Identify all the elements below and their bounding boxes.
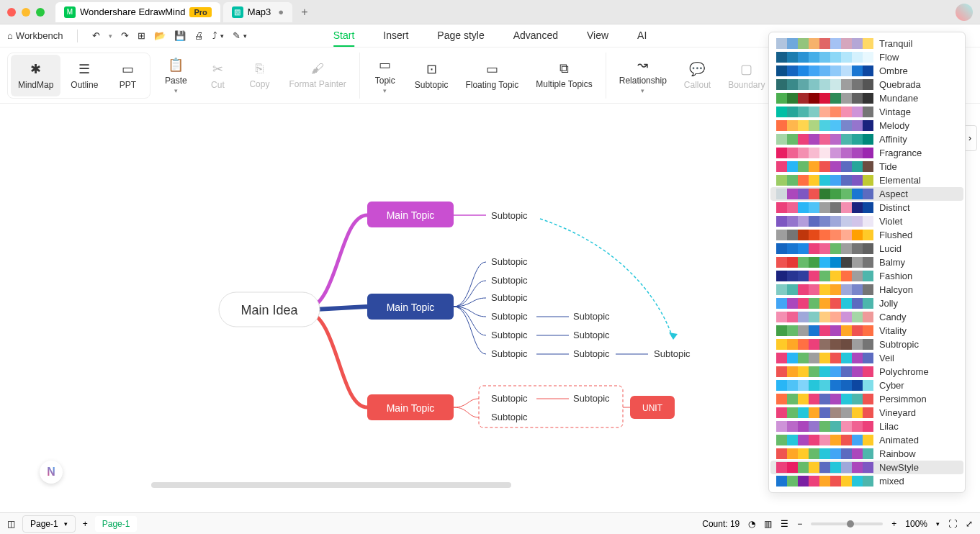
floating-topic-button[interactable]: ▭Floating Topic: [458, 53, 526, 99]
workbench-button[interactable]: ⌂ Workbench: [7, 30, 63, 41]
theme-row-vitality[interactable]: Vitality: [770, 324, 963, 338]
zoom-slider[interactable]: [811, 522, 883, 525]
topic2-node[interactable]: Main Topic: [387, 302, 435, 313]
relationship-button[interactable]: ↝Relationship▾: [612, 53, 674, 99]
subtopic[interactable]: Subtopic: [491, 311, 528, 322]
main-idea-node[interactable]: Main Idea: [240, 303, 298, 317]
theme-row-persimmon[interactable]: Persimmon: [770, 392, 963, 406]
theme-row-lucid[interactable]: Lucid: [770, 242, 963, 255]
copy-button[interactable]: ⎘Copy: [240, 53, 279, 99]
subtopic[interactable]: Subtopic: [491, 348, 528, 359]
subtopic[interactable]: Subtopic: [573, 330, 610, 340]
subtopic[interactable]: Subtopic: [573, 393, 610, 404]
tab-view[interactable]: View: [587, 25, 608, 47]
subtopic-button[interactable]: ⊡Subtopic: [408, 53, 456, 99]
theme-row-mundane[interactable]: Mundane: [770, 91, 963, 105]
user-avatar[interactable]: [956, 4, 973, 21]
cut-button[interactable]: ✂Cut: [198, 53, 237, 99]
theme-row-vintage[interactable]: Vintage: [770, 105, 963, 119]
theme-row-cyber[interactable]: Cyber: [770, 379, 963, 392]
theme-row-elemental[interactable]: Elemental: [770, 173, 963, 187]
subtopic[interactable]: Subtopic: [654, 348, 691, 359]
new-button[interactable]: ⊞: [138, 30, 145, 41]
tab-insert[interactable]: Insert: [383, 25, 408, 47]
export-button[interactable]: ⤴ ▾: [212, 30, 224, 41]
theme-row-mixed[interactable]: mixed: [770, 474, 963, 488]
topic-button[interactable]: ▭Topic▾: [366, 53, 405, 99]
tab-pagestyle[interactable]: Page style: [437, 25, 484, 47]
list-icon[interactable]: ☰: [781, 519, 788, 529]
theme-row-fragrance[interactable]: Fragrance: [770, 146, 963, 160]
theme-row-flow[interactable]: Flow: [770, 50, 963, 64]
theme-row-candy[interactable]: Candy: [770, 310, 963, 324]
fullscreen-button[interactable]: ⤢: [966, 519, 973, 529]
save-button[interactable]: 💾: [174, 30, 186, 41]
theme-row-vineyard[interactable]: Vineyard: [770, 406, 963, 420]
theme-row-quebrada[interactable]: Quebrada: [770, 78, 963, 91]
format-painter-button[interactable]: 🖌Format Painter: [282, 53, 353, 99]
open-button[interactable]: 📂: [154, 30, 166, 41]
app-tab[interactable]: M Wondershare EdrawMind Pro: [55, 2, 220, 22]
subtopic[interactable]: Subtopic: [491, 292, 528, 303]
fit-button[interactable]: ⛶: [948, 519, 957, 529]
subtopic[interactable]: Subtopic: [491, 210, 528, 221]
ppt-view-button[interactable]: ▭PPT: [108, 55, 147, 96]
outline-view-button[interactable]: ☰Outline: [63, 55, 105, 96]
callout-button[interactable]: 💬Callout: [677, 53, 718, 99]
subtopic[interactable]: Subtopic: [491, 412, 528, 422]
redo-button[interactable]: ↷: [121, 30, 129, 41]
page-selector[interactable]: Page-1▾: [22, 515, 76, 533]
tab-ai[interactable]: AI: [637, 25, 647, 47]
subtopic[interactable]: Subtopic: [491, 393, 528, 404]
zoom-out-button[interactable]: −: [797, 519, 802, 529]
theme-row-subtropic[interactable]: Subtropic: [770, 338, 963, 351]
theme-row-flushed[interactable]: Flushed: [770, 228, 963, 242]
theme-row-jolly[interactable]: Jolly: [770, 297, 963, 310]
theme-row-melody[interactable]: Melody: [770, 119, 963, 132]
undo-button[interactable]: ↶: [92, 30, 100, 41]
outline-toggle[interactable]: ◫: [7, 519, 15, 529]
horizontal-scrollbar[interactable]: [151, 482, 511, 488]
add-tab-button[interactable]: +: [295, 6, 313, 19]
ai-fab-button[interactable]: N: [40, 461, 63, 484]
topic3-node[interactable]: Main Topic: [387, 402, 435, 414]
multiple-topics-button[interactable]: ⧉Multiple Topics: [529, 53, 599, 99]
theme-row-tranquil[interactable]: Tranquil: [770, 37, 963, 50]
subtopic[interactable]: Subtopic: [491, 256, 528, 267]
unit-node[interactable]: UNIT: [642, 403, 663, 413]
theme-row-aspect[interactable]: Aspect: [770, 187, 963, 201]
theme-row-fashion[interactable]: Fashion: [770, 269, 963, 283]
theme-row-rainbow[interactable]: Rainbow: [770, 447, 963, 461]
maximize-window[interactable]: [36, 8, 45, 17]
pie-icon[interactable]: ◔: [748, 519, 755, 529]
subtopic[interactable]: Subtopic: [573, 348, 610, 359]
paste-button[interactable]: 📋Paste▾: [156, 53, 195, 99]
share-button[interactable]: ✎ ▾: [233, 30, 247, 41]
theme-row-affinity[interactable]: Affinity: [770, 132, 963, 146]
theme-row-violet[interactable]: Violet: [770, 214, 963, 228]
mindmap-view-button[interactable]: ✱MindMap: [11, 55, 60, 96]
theme-row-animated[interactable]: Animated: [770, 433, 963, 447]
document-tab[interactable]: ▧ Map3 ●: [223, 2, 292, 22]
theme-row-lilac[interactable]: Lilac: [770, 420, 963, 433]
print-button[interactable]: 🖨: [194, 30, 204, 41]
close-window[interactable]: [7, 8, 16, 17]
subtopic[interactable]: Subtopic: [491, 275, 528, 286]
topic1-node[interactable]: Main Topic: [387, 209, 435, 221]
theme-row-distinct[interactable]: Distinct: [770, 201, 963, 214]
layout-icon[interactable]: ▥: [764, 519, 772, 529]
tab-advanced[interactable]: Advanced: [513, 25, 558, 47]
zoom-in-button[interactable]: +: [891, 519, 896, 529]
theme-row-tide[interactable]: Tide: [770, 160, 963, 173]
subtopic[interactable]: Subtopic: [573, 311, 610, 322]
boundary-button[interactable]: ▢Boundary: [721, 53, 772, 99]
theme-row-polychrome[interactable]: Polychrome: [770, 365, 963, 379]
page-tab-current[interactable]: Page-1: [95, 516, 138, 532]
theme-row-ombre[interactable]: Ombre: [770, 64, 963, 78]
theme-row-halcyon[interactable]: Halcyon: [770, 283, 963, 297]
minimize-window[interactable]: [22, 8, 30, 17]
theme-row-newstyle[interactable]: NewStyle: [770, 461, 963, 474]
theme-row-veil[interactable]: Veil: [770, 351, 963, 365]
theme-row-balmy[interactable]: Balmy: [770, 255, 963, 269]
subtopic[interactable]: Subtopic: [491, 330, 528, 340]
